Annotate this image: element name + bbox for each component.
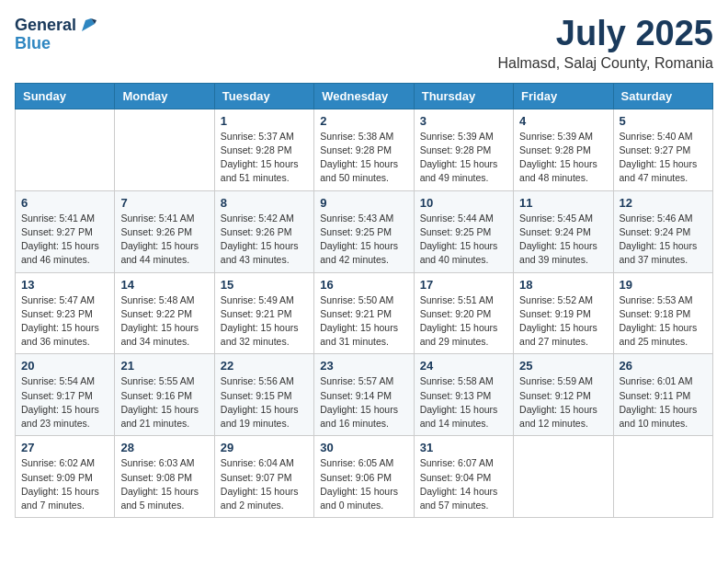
calendar-cell: 25Sunrise: 5:59 AM Sunset: 9:12 PM Dayli… [514,354,613,436]
calendar-week-2: 6Sunrise: 5:41 AM Sunset: 9:27 PM Daylig… [16,190,713,272]
day-info: Sunrise: 6:05 AM Sunset: 9:06 PM Dayligh… [320,456,407,512]
calendar-cell: 26Sunrise: 6:01 AM Sunset: 9:11 PM Dayli… [613,354,712,436]
day-info: Sunrise: 5:47 AM Sunset: 9:23 PM Dayligh… [21,293,108,350]
calendar-cell: 15Sunrise: 5:49 AM Sunset: 9:21 PM Dayli… [214,272,313,354]
calendar-cell: 9Sunrise: 5:43 AM Sunset: 9:25 PM Daylig… [314,190,414,272]
calendar-week-5: 27Sunrise: 6:02 AM Sunset: 9:09 PM Dayli… [16,436,713,518]
calendar-cell: 29Sunrise: 6:04 AM Sunset: 9:07 PM Dayli… [214,436,313,518]
day-info: Sunrise: 5:51 AM Sunset: 9:20 PM Dayligh… [420,293,507,350]
calendar-body: 1Sunrise: 5:37 AM Sunset: 9:28 PM Daylig… [16,109,713,517]
day-number: 4 [519,114,607,128]
calendar-cell: 19Sunrise: 5:53 AM Sunset: 9:18 PM Dayli… [613,272,712,354]
day-info: Sunrise: 6:02 AM Sunset: 9:09 PM Dayligh… [21,456,108,512]
day-info: Sunrise: 5:44 AM Sunset: 9:25 PM Dayligh… [420,212,507,268]
weekday-sunday: Sunday [16,83,115,109]
day-info: Sunrise: 6:01 AM Sunset: 9:11 PM Dayligh… [620,374,707,431]
calendar-cell: 20Sunrise: 5:54 AM Sunset: 9:17 PM Dayli… [16,354,115,436]
day-number: 2 [320,114,407,128]
calendar-cell: 11Sunrise: 5:45 AM Sunset: 9:24 PM Dayli… [514,190,613,272]
calendar-cell: 4Sunrise: 5:39 AM Sunset: 9:28 PM Daylig… [514,109,613,190]
day-info: Sunrise: 5:54 AM Sunset: 9:17 PM Dayligh… [21,374,108,431]
calendar-cell: 7Sunrise: 5:41 AM Sunset: 9:26 PM Daylig… [115,190,214,272]
day-number: 27 [21,441,108,454]
day-number: 26 [620,359,707,373]
day-number: 22 [221,359,308,373]
day-number: 7 [120,196,208,210]
day-info: Sunrise: 5:59 AM Sunset: 9:12 PM Dayligh… [519,374,607,431]
logo-icon [78,15,98,35]
calendar-week-3: 13Sunrise: 5:47 AM Sunset: 9:23 PM Dayli… [16,272,713,354]
day-info: Sunrise: 5:42 AM Sunset: 9:26 PM Dayligh… [221,212,308,268]
calendar-cell: 6Sunrise: 5:41 AM Sunset: 9:27 PM Daylig… [16,190,115,272]
day-info: Sunrise: 5:56 AM Sunset: 9:15 PM Dayligh… [221,374,308,431]
day-number: 18 [519,278,607,292]
day-info: Sunrise: 5:39 AM Sunset: 9:28 PM Dayligh… [420,130,507,186]
day-info: Sunrise: 5:41 AM Sunset: 9:27 PM Dayligh… [21,212,108,268]
day-info: Sunrise: 6:03 AM Sunset: 9:08 PM Dayligh… [120,456,208,512]
weekday-friday: Friday [514,83,613,109]
day-info: Sunrise: 5:45 AM Sunset: 9:24 PM Dayligh… [519,212,607,268]
day-number: 3 [420,114,507,128]
day-number: 5 [620,114,707,128]
day-info: Sunrise: 5:38 AM Sunset: 9:28 PM Dayligh… [320,130,407,186]
day-number: 12 [620,196,707,210]
logo-blue: Blue [15,35,51,52]
day-info: Sunrise: 5:55 AM Sunset: 9:16 PM Dayligh… [120,374,208,431]
day-info: Sunrise: 5:50 AM Sunset: 9:21 PM Dayligh… [320,293,407,350]
day-info: Sunrise: 5:37 AM Sunset: 9:28 PM Dayligh… [221,130,308,186]
day-number: 31 [420,441,507,454]
day-info: Sunrise: 5:52 AM Sunset: 9:19 PM Dayligh… [519,293,607,350]
calendar-cell: 27Sunrise: 6:02 AM Sunset: 9:09 PM Dayli… [16,436,115,518]
day-number: 16 [320,278,407,292]
day-number: 30 [320,441,407,454]
day-info: Sunrise: 5:49 AM Sunset: 9:21 PM Dayligh… [221,293,308,350]
day-info: Sunrise: 6:07 AM Sunset: 9:04 PM Dayligh… [420,456,507,512]
day-number: 14 [120,278,208,292]
day-info: Sunrise: 5:57 AM Sunset: 9:14 PM Dayligh… [320,374,407,431]
weekday-wednesday: Wednesday [314,83,414,109]
calendar-table: SundayMondayTuesdayWednesdayThursdayFrid… [15,83,713,518]
weekday-header-row: SundayMondayTuesdayWednesdayThursdayFrid… [16,83,713,109]
logo-general: General [15,17,76,33]
calendar-cell: 22Sunrise: 5:56 AM Sunset: 9:15 PM Dayli… [214,354,313,436]
page-header: General Blue July 2025 Halmasd, Salaj Co… [15,15,713,72]
day-info: Sunrise: 5:41 AM Sunset: 9:26 PM Dayligh… [120,212,208,268]
day-number: 8 [221,196,308,210]
calendar-cell: 31Sunrise: 6:07 AM Sunset: 9:04 PM Dayli… [414,436,513,518]
day-info: Sunrise: 5:48 AM Sunset: 9:22 PM Dayligh… [120,293,208,350]
calendar-cell: 30Sunrise: 6:05 AM Sunset: 9:06 PM Dayli… [314,436,414,518]
calendar-cell: 14Sunrise: 5:48 AM Sunset: 9:22 PM Dayli… [115,272,214,354]
day-number: 6 [21,196,108,210]
day-number: 28 [120,441,208,454]
day-number: 13 [21,278,108,292]
calendar-cell: 3Sunrise: 5:39 AM Sunset: 9:28 PM Daylig… [414,109,513,190]
day-number: 9 [320,196,407,210]
calendar-cell: 28Sunrise: 6:03 AM Sunset: 9:08 PM Dayli… [115,436,214,518]
day-number: 19 [620,278,707,292]
day-number: 10 [420,196,507,210]
calendar-cell: 5Sunrise: 5:40 AM Sunset: 9:27 PM Daylig… [613,109,712,190]
day-info: Sunrise: 6:04 AM Sunset: 9:07 PM Dayligh… [221,456,308,512]
day-number: 25 [519,359,607,373]
calendar-cell: 18Sunrise: 5:52 AM Sunset: 9:19 PM Dayli… [514,272,613,354]
logo: General Blue [15,15,98,52]
day-number: 1 [221,114,308,128]
calendar-cell: 13Sunrise: 5:47 AM Sunset: 9:23 PM Dayli… [16,272,115,354]
calendar-cell [613,436,712,518]
weekday-thursday: Thursday [414,83,513,109]
calendar-cell: 10Sunrise: 5:44 AM Sunset: 9:25 PM Dayli… [414,190,513,272]
calendar-cell: 24Sunrise: 5:58 AM Sunset: 9:13 PM Dayli… [414,354,513,436]
weekday-saturday: Saturday [613,83,712,109]
day-info: Sunrise: 5:58 AM Sunset: 9:13 PM Dayligh… [420,374,507,431]
calendar-cell: 12Sunrise: 5:46 AM Sunset: 9:24 PM Dayli… [613,190,712,272]
day-info: Sunrise: 5:40 AM Sunset: 9:27 PM Dayligh… [620,130,707,186]
day-info: Sunrise: 5:39 AM Sunset: 9:28 PM Dayligh… [519,130,607,186]
day-info: Sunrise: 5:53 AM Sunset: 9:18 PM Dayligh… [620,293,707,350]
calendar-cell: 21Sunrise: 5:55 AM Sunset: 9:16 PM Dayli… [115,354,214,436]
day-number: 11 [519,196,607,210]
day-info: Sunrise: 5:46 AM Sunset: 9:24 PM Dayligh… [620,212,707,268]
day-number: 15 [221,278,308,292]
calendar-cell: 17Sunrise: 5:51 AM Sunset: 9:20 PM Dayli… [414,272,513,354]
calendar-cell: 1Sunrise: 5:37 AM Sunset: 9:28 PM Daylig… [214,109,313,190]
calendar-cell [514,436,613,518]
